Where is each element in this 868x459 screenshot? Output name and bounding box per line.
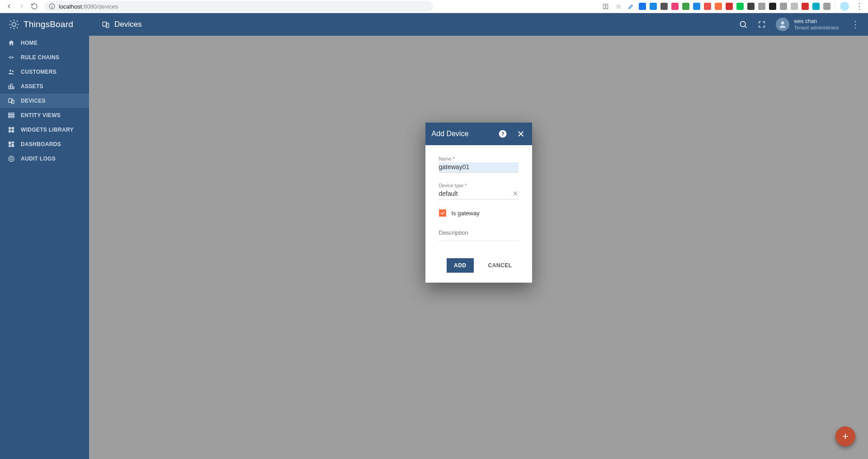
extension-icon[interactable] (682, 3, 689, 10)
sidebar-item-entity-views[interactable]: ENTITY VIEWS (0, 108, 89, 123)
extension-icon[interactable] (650, 3, 657, 10)
sidebar-item-label: DEVICES (21, 98, 46, 104)
extension-icon[interactable] (791, 3, 798, 10)
extension-icon[interactable] (758, 3, 765, 10)
user-avatar-icon (776, 18, 789, 31)
name-input[interactable] (439, 162, 519, 173)
add-button[interactable]: ADD (447, 258, 474, 273)
description-input[interactable] (439, 228, 519, 241)
extension-icon[interactable] (780, 3, 787, 10)
is-gateway-checkbox[interactable] (439, 209, 446, 217)
sidebar-item-dashboards[interactable]: DASHBOARDS (0, 137, 89, 151)
url-host: localhost (59, 3, 82, 10)
extension-icon[interactable] (769, 3, 776, 10)
name-field: Name * (439, 156, 519, 173)
extension-icon[interactable] (726, 3, 733, 10)
search-icon[interactable] (739, 20, 748, 29)
sidebar-item-home[interactable]: HOME (0, 36, 89, 50)
add-fab[interactable] (835, 426, 855, 446)
svg-rect-12 (13, 87, 14, 89)
dialog-header: Add Device ? (425, 123, 532, 145)
eyedropper-icon[interactable] (627, 2, 635, 10)
sidebar-item-label: HOME (21, 40, 38, 46)
content-area: NO DEVICES FOUND Add Device ? (89, 36, 868, 459)
add-device-dialog: Add Device ? Name * (425, 123, 532, 283)
extension-icon[interactable] (802, 3, 809, 10)
sidebar-item-label: ENTITY VIEWS (21, 112, 61, 118)
help-icon[interactable]: ? (498, 129, 508, 139)
sidebar-item-assets[interactable]: ASSETS (0, 79, 89, 94)
extension-icon[interactable] (715, 3, 722, 10)
back-button[interactable] (3, 0, 15, 13)
dashboards-icon (7, 141, 15, 148)
svg-rect-20 (9, 130, 11, 132)
sidebar-item-rule-chains[interactable]: RULE CHAINS (0, 50, 89, 65)
svg-point-9 (12, 71, 14, 72)
device-type-field: Device type * (439, 183, 519, 199)
extension-icon[interactable] (704, 3, 711, 10)
app-topbar: ThingsBoard Devices wes chan Tenant admi (0, 13, 868, 36)
url-path: :8080/devices (82, 3, 118, 10)
extension-icon[interactable] (660, 3, 668, 10)
close-icon[interactable] (516, 129, 526, 139)
svg-text:?: ? (501, 131, 504, 137)
entity-views-icon (7, 112, 15, 119)
home-icon (7, 39, 15, 47)
extension-icon[interactable] (812, 3, 820, 10)
profile-avatar[interactable] (840, 2, 849, 11)
app-menu-icon[interactable]: ⋮ (849, 19, 860, 30)
svg-rect-11 (11, 84, 12, 89)
topbar-right: wes chan Tenant administrator ⋮ (739, 18, 868, 31)
sidebar-item-label: CUSTOMERS (21, 69, 57, 75)
sidebar-item-label: RULE CHAINS (21, 54, 59, 61)
sidebar-item-audit-logs[interactable]: AUDIT LOGS (0, 151, 89, 166)
svg-point-27 (10, 157, 12, 160)
address-bar[interactable]: localhost:8080/devices (44, 1, 433, 12)
app-body: HOME RULE CHAINS CUSTOMERS ASSETS DEVICE… (0, 36, 868, 459)
device-type-label: Device type * (439, 183, 519, 188)
extension-icon[interactable] (693, 3, 700, 10)
user-menu[interactable]: wes chan Tenant administrator (776, 18, 839, 31)
is-gateway-row[interactable]: Is gateway (439, 209, 519, 217)
clear-type-icon[interactable] (512, 190, 519, 197)
svg-point-26 (9, 156, 14, 161)
extension-icon[interactable] (639, 3, 646, 10)
devices-icon (102, 20, 110, 28)
key-icon[interactable]: ⚿ (602, 2, 610, 10)
svg-point-7 (781, 21, 784, 24)
devices-icon (7, 97, 15, 104)
extension-icon[interactable] (823, 3, 830, 10)
svg-rect-18 (9, 127, 11, 129)
sidebar-item-label: ASSETS (21, 83, 43, 90)
sidebar-item-customers[interactable]: CUSTOMERS (0, 65, 89, 79)
cancel-button[interactable]: CANCEL (481, 258, 519, 273)
svg-point-6 (741, 21, 746, 27)
browser-menu-icon[interactable]: ⋮ (854, 1, 865, 11)
svg-rect-25 (9, 145, 11, 147)
forward-button[interactable] (15, 0, 28, 13)
app-root: ThingsBoard Devices wes chan Tenant admi (0, 13, 868, 459)
sidebar-item-devices[interactable]: DEVICES (0, 94, 89, 108)
svg-rect-16 (9, 115, 14, 116)
bookmark-star-icon[interactable]: ☆ (614, 2, 623, 10)
svg-rect-24 (12, 144, 14, 147)
sidebar-item-label: AUDIT LOGS (21, 156, 56, 162)
extension-icon[interactable] (747, 3, 755, 10)
user-role: Tenant administrator (794, 25, 839, 30)
browser-right-controls: ⚿ ☆ ⋮ (602, 1, 865, 11)
sidebar-item-label: DASHBOARDS (21, 141, 61, 147)
customers-icon (7, 68, 15, 76)
browser-toolbar: localhost:8080/devices ⚿ ☆ ⋮ (0, 0, 868, 13)
svg-rect-21 (12, 130, 14, 132)
sidebar-item-widgets-library[interactable]: WIDGETS LIBRARY (0, 123, 89, 137)
extension-icon[interactable] (671, 3, 679, 10)
reload-button[interactable] (28, 0, 41, 13)
brand-block[interactable]: ThingsBoard (0, 13, 89, 36)
assets-icon (7, 83, 15, 90)
user-name: wes chan (794, 19, 839, 24)
fullscreen-icon[interactable] (758, 20, 766, 28)
svg-rect-22 (9, 142, 11, 145)
svg-point-8 (9, 70, 11, 71)
extension-icon[interactable] (736, 3, 744, 10)
device-type-input[interactable] (439, 189, 519, 199)
